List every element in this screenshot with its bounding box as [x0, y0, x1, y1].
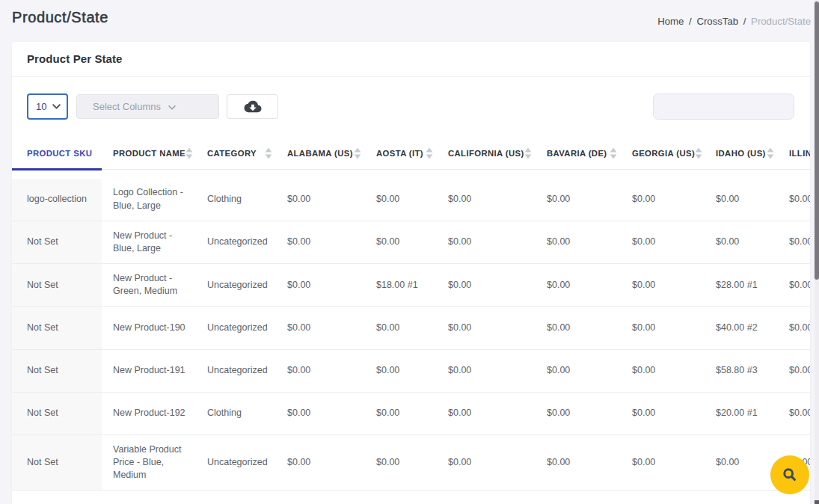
- cell-product-sku: Not Set: [12, 435, 102, 491]
- cell-product-sku: Not Set: [12, 307, 102, 349]
- cell-value: $0.00: [621, 392, 705, 434]
- cell-value: $0.00: [536, 264, 621, 307]
- card-title: Product Per State: [12, 42, 810, 77]
- cell-value: $0.00: [705, 435, 778, 491]
- column-header[interactable]: GEORGIA (US): [621, 138, 705, 170]
- cell-value: $0.00: [365, 307, 437, 349]
- sort-icon: [354, 147, 361, 159]
- cell-value: $0.00: [276, 264, 365, 307]
- cell-value: $0.00: [778, 264, 810, 307]
- search-input[interactable]: [653, 93, 794, 120]
- scrollbar-corner: [815, 500, 819, 504]
- column-header-label: GEORGIA (US): [632, 149, 695, 159]
- chevron-down-icon: [52, 104, 61, 109]
- cell-product-name: New Product-192: [102, 392, 196, 434]
- column-header-label: AOSTA (IT): [376, 149, 423, 159]
- cell-product-name: New Product - Green, Medium: [102, 264, 196, 307]
- cell-value: $0.00: [536, 221, 621, 263]
- page-title: Product/State: [12, 9, 108, 26]
- cell-value: $0.00: [437, 307, 536, 349]
- table-body: logo-collectionLogo Collection - Blue, L…: [12, 170, 810, 491]
- column-header[interactable]: BAVARIA (DE): [536, 138, 621, 170]
- cell-value: $0.00: [437, 435, 536, 491]
- column-header-label: CATEGORY: [207, 149, 257, 159]
- download-button[interactable]: [227, 94, 278, 119]
- card-body: 10 Select Columns: [12, 93, 810, 491]
- cell-value: $0.00: [437, 264, 536, 307]
- cell-product-sku: Not Set: [12, 392, 102, 434]
- table-spacer-row: [12, 170, 810, 179]
- cell-value: $0.00: [276, 221, 365, 263]
- cell-product-name: New Product-190: [102, 307, 196, 349]
- cell-value: $0.00: [536, 349, 621, 392]
- column-header[interactable]: CALIFORNIA (US): [437, 138, 536, 170]
- cell-product-name: Logo Collection - Blue, Large: [102, 179, 196, 221]
- floating-search-button[interactable]: [770, 455, 809, 494]
- cell-value: $0.00: [536, 435, 621, 491]
- scrollbar-thumb[interactable]: [815, 1, 819, 280]
- cell-value: Uncategorized: [196, 349, 276, 392]
- crosstab-table-wrap: PRODUCT SKUPRODUCT NAMECATEGORYALABAMA (…: [12, 138, 810, 491]
- cell-value: Clothing: [196, 392, 276, 434]
- table-row: Not SetVariable Product Price - Blue, Me…: [12, 435, 810, 491]
- breadcrumb-item: Product/State: [751, 16, 811, 27]
- table-row: Not SetNew Product-191Uncategorized$0.00…: [12, 349, 810, 392]
- sort-icon: [185, 147, 193, 159]
- column-header[interactable]: CATEGORY: [196, 138, 276, 170]
- cell-value: $0.00: [536, 307, 621, 349]
- cell-value: $0.00: [621, 264, 705, 307]
- column-header[interactable]: PRODUCT SKU: [12, 138, 102, 170]
- column-header-label: CALIFORNIA (US): [448, 149, 524, 159]
- cell-value: $0.00: [621, 349, 705, 392]
- column-header[interactable]: ILLINOIS (US): [778, 138, 810, 170]
- cell-value: $0.00: [536, 179, 621, 221]
- cell-value: $0.00: [276, 179, 365, 221]
- column-header-label: PRODUCT NAME: [113, 149, 185, 159]
- page-size-value: 10: [36, 101, 46, 112]
- column-header[interactable]: PRODUCT NAME: [102, 138, 196, 170]
- table-row: Not SetNew Product - Green, MediumUncate…: [12, 264, 810, 307]
- cell-value: $0.00: [365, 435, 437, 491]
- column-header-label: BAVARIA (DE): [547, 149, 607, 159]
- column-header[interactable]: IDAHO (US): [705, 138, 778, 170]
- page-title-row: Product/State Home / CrossTab / Product/…: [0, 0, 819, 42]
- crosstab-card: Product Per State 10 Select Columns: [12, 42, 810, 504]
- page-size-select[interactable]: 10: [27, 93, 68, 120]
- cell-value: $20.00 #1: [705, 392, 778, 434]
- cell-product-sku: Not Set: [12, 221, 102, 263]
- cell-value: $18.00 #1: [365, 264, 437, 307]
- cell-value: $0.00: [778, 349, 810, 392]
- cell-value: $0.00: [621, 221, 705, 263]
- breadcrumb-item[interactable]: Home: [657, 16, 684, 27]
- cell-value: Uncategorized: [196, 221, 276, 263]
- table-row: logo-collectionLogo Collection - Blue, L…: [12, 179, 810, 221]
- cell-value: $0.00: [276, 349, 365, 392]
- sort-icon: [610, 147, 617, 159]
- cell-value: $0.00: [778, 221, 810, 263]
- sort-icon: [265, 147, 272, 159]
- cell-value: $0.00: [621, 179, 705, 221]
- breadcrumb-separator: /: [738, 16, 751, 27]
- cell-value: $0.00: [437, 179, 536, 221]
- cell-value: $0.00: [536, 392, 621, 434]
- column-header[interactable]: AOSTA (IT): [365, 138, 437, 170]
- cell-value: $0.00: [365, 349, 437, 392]
- cell-value: Uncategorized: [196, 307, 276, 349]
- sort-icon: [767, 147, 774, 159]
- breadcrumb-item[interactable]: CrossTab: [696, 16, 738, 27]
- select-columns-label: Select Columns: [93, 101, 161, 112]
- cell-value: $0.00: [437, 392, 536, 434]
- cell-value: Uncategorized: [196, 264, 276, 307]
- cell-value: Uncategorized: [196, 435, 276, 491]
- cell-value: $0.00: [705, 221, 778, 263]
- column-header-label: ALABAMA (US): [287, 149, 353, 159]
- select-columns-dropdown[interactable]: Select Columns: [76, 94, 219, 119]
- sort-icon: [426, 147, 433, 159]
- cell-product-name: New Product - Blue, Large: [102, 221, 196, 263]
- cell-value: $0.00: [437, 349, 536, 392]
- sort-icon: [524, 147, 532, 159]
- table-row: Not SetNew Product-192Clothing$0.00$0.00…: [12, 392, 810, 434]
- table-header-row: PRODUCT SKUPRODUCT NAMECATEGORYALABAMA (…: [12, 138, 810, 170]
- cell-value: $40.00 #2: [705, 307, 778, 349]
- column-header[interactable]: ALABAMA (US): [276, 138, 365, 170]
